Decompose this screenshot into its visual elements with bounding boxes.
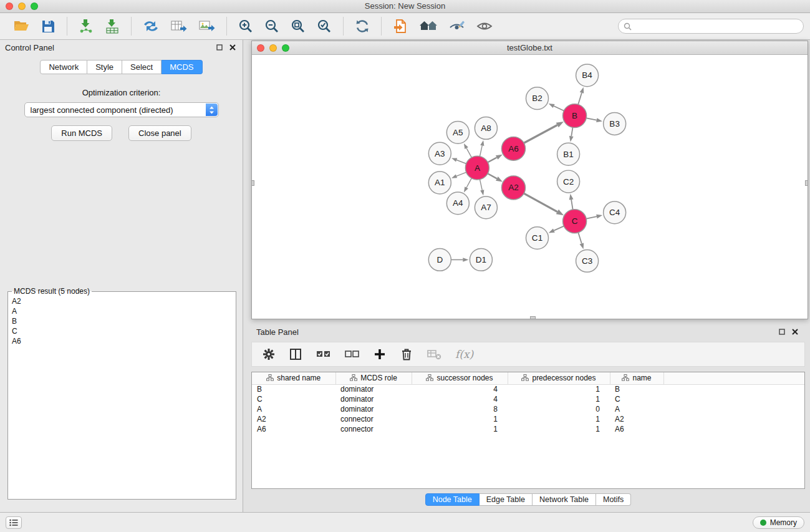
edge-C-C3[interactable] [578,232,582,244]
mcds-result-item[interactable]: B [11,316,233,326]
cell[interactable]: 1 [508,384,610,394]
import-table-button[interactable] [102,17,122,35]
mcds-result-item[interactable]: A [11,306,233,316]
edge-B-B3[interactable] [586,118,597,120]
resize-handle-right[interactable] [805,180,808,186]
network-canvas[interactable]: B4B2BB3A5A8A6B1A3AC2A1A2A4A7C4CC1C3DD1 [252,56,808,319]
gear-button[interactable] [261,346,277,362]
tab-mcds[interactable]: MCDS [162,60,202,74]
edge-C-C4[interactable] [586,216,597,219]
tab-motifs[interactable]: Motifs [596,493,631,506]
edge-B-B1[interactable] [571,127,572,136]
graph-node-D1[interactable]: D1 [470,249,492,271]
criterion-dropdown[interactable]: largest connected component (directed) [24,102,219,117]
cell[interactable]: 1 [412,424,508,434]
edge-A-A6[interactable] [487,158,496,163]
graph-node-C2[interactable]: C2 [557,170,580,193]
mcds-result-item[interactable]: A6 [11,336,233,346]
cell[interactable]: dominator [335,384,412,394]
zoom-network-window-button[interactable] [282,44,289,52]
minimize-window-button[interactable] [18,2,26,10]
resize-handle-bottom[interactable] [530,316,536,319]
cell[interactable]: 1 [508,394,610,404]
cell[interactable]: 1 [508,414,610,424]
open-session-button[interactable] [11,17,32,35]
column-header-predecessor-nodes[interactable]: predecessor nodes [508,372,610,384]
delete-button[interactable] [398,346,415,362]
graph-node-A1[interactable]: A1 [428,172,451,194]
select-all-button[interactable] [314,346,332,362]
home-button[interactable] [417,17,440,35]
close-network-window-button[interactable] [257,44,264,52]
graph-node-B2[interactable]: B2 [526,87,548,110]
edge-C-C2[interactable] [571,200,573,210]
edge-A-A4[interactable] [466,178,472,188]
import-network-button[interactable] [76,17,96,35]
minimize-network-window-button[interactable] [269,44,277,52]
graph-node-A6[interactable]: A6 [501,137,525,160]
run-mcds-button[interactable]: Run MCDS [51,125,112,141]
edge-C-C1[interactable] [554,226,564,231]
cell[interactable]: 1 [412,414,508,424]
edge-A2-C[interactable] [523,193,557,212]
cell[interactable]: C [252,394,335,404]
graph-node-A[interactable]: A [465,156,489,180]
search-input[interactable] [635,22,798,31]
tab-network[interactable]: Network [40,60,87,74]
graph-node-B4[interactable]: B4 [576,64,599,87]
export-network-button[interactable] [140,17,162,35]
memory-button[interactable]: Memory [753,516,804,529]
graph-node-C[interactable]: C [563,210,587,233]
cell[interactable]: A2 [252,414,335,424]
edge-B-B2[interactable] [554,106,564,111]
graph-node-A8[interactable]: A8 [475,117,497,140]
graph-node-A3[interactable]: A3 [428,142,451,165]
close-window-button[interactable] [6,2,13,10]
close-table-panel-button[interactable] [791,328,799,336]
cell[interactable]: connector [335,414,412,424]
cell[interactable]: B [252,384,335,394]
float-table-panel-button[interactable] [778,328,786,336]
cell[interactable]: A6 [610,424,663,434]
cell[interactable]: 8 [412,404,508,414]
tab-node-table[interactable]: Node Table [425,493,480,506]
graph-node-B3[interactable]: B3 [604,113,626,135]
eye-button[interactable] [474,17,495,35]
graph-node-A7[interactable]: A7 [475,196,497,219]
edge-B-B4[interactable] [578,93,582,105]
column-header-name[interactable]: name [610,372,663,384]
table-row[interactable]: A2connector11A2 [252,414,804,424]
column-header-shared-name[interactable]: shared name [252,372,335,384]
edge-A-A2[interactable] [487,173,497,179]
column-header-MCDS-role[interactable]: MCDS role [335,372,412,384]
add-button[interactable] [372,346,388,362]
table-row[interactable]: A6connector11A6 [252,424,804,434]
edge-A6-B[interactable] [523,125,557,143]
columns-button[interactable] [287,346,304,362]
export-table-button[interactable] [168,17,190,35]
cell[interactable]: C [610,394,663,404]
table-row[interactable]: Adominator80A [252,404,804,414]
cell[interactable]: connector [335,424,412,434]
cell[interactable]: 4 [412,394,508,404]
tab-style[interactable]: Style [87,60,122,74]
export-image-button[interactable] [196,17,218,35]
table-row[interactable]: Cdominator41C [252,394,804,404]
eye-brush-button[interactable] [446,17,468,35]
graph-node-C4[interactable]: C4 [604,201,626,224]
graph-node-D[interactable]: D [428,249,451,271]
tab-select[interactable]: Select [122,60,162,74]
column-header-successor-nodes[interactable]: successor nodes [412,372,508,384]
apply-layout-button[interactable] [352,17,372,35]
edge-A-A7[interactable] [480,179,482,190]
graph-node-A4[interactable]: A4 [446,192,469,215]
mcds-result-item[interactable]: A2 [11,296,233,306]
task-history-button[interactable] [6,516,22,529]
cell[interactable]: A [610,404,663,414]
graph-node-A2[interactable]: A2 [501,176,525,200]
graph-node-A5[interactable]: A5 [446,122,469,144]
graph-node-B1[interactable]: B1 [557,143,580,165]
table-row[interactable]: Bdominator41B [252,384,804,394]
tab-network-table[interactable]: Network Table [533,493,596,506]
save-session-button[interactable] [38,17,58,35]
